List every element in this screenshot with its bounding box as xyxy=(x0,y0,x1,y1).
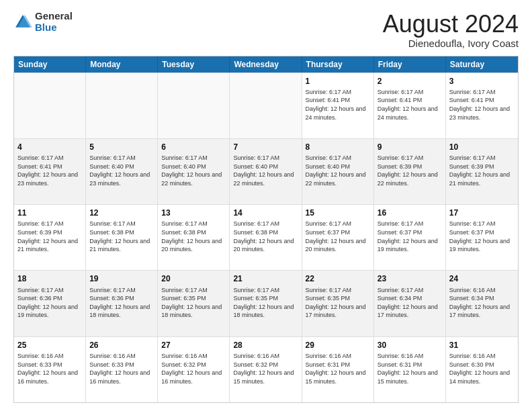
calendar-cell: 23Sunrise: 6:17 AM Sunset: 6:34 PM Dayli… xyxy=(374,271,446,336)
calendar-week: 1Sunrise: 6:17 AM Sunset: 6:41 PM Daylig… xyxy=(14,73,518,138)
day-number: 24 xyxy=(449,273,515,284)
weekday-header: Monday xyxy=(86,56,158,73)
calendar: SundayMondayTuesdayWednesdayThursdayFrid… xyxy=(13,56,519,403)
calendar-cell: 21Sunrise: 6:17 AM Sunset: 6:35 PM Dayli… xyxy=(230,271,302,336)
calendar-cell xyxy=(86,73,158,138)
day-number: 27 xyxy=(161,340,226,351)
day-info: Sunrise: 6:16 AM Sunset: 6:30 PM Dayligh… xyxy=(449,352,515,385)
day-info: Sunrise: 6:17 AM Sunset: 6:40 PM Dayligh… xyxy=(161,154,226,187)
day-info: Sunrise: 6:16 AM Sunset: 6:31 PM Dayligh… xyxy=(306,352,370,385)
day-number: 3 xyxy=(449,76,515,87)
day-number: 30 xyxy=(378,340,442,351)
day-info: Sunrise: 6:17 AM Sunset: 6:38 PM Dayligh… xyxy=(89,220,154,253)
day-info: Sunrise: 6:16 AM Sunset: 6:33 PM Dayligh… xyxy=(17,352,82,385)
day-info: Sunrise: 6:17 AM Sunset: 6:35 PM Dayligh… xyxy=(161,286,226,320)
day-info: Sunrise: 6:17 AM Sunset: 6:39 PM Dayligh… xyxy=(449,154,515,187)
calendar-cell: 11Sunrise: 6:17 AM Sunset: 6:39 PM Dayli… xyxy=(14,205,86,270)
day-number: 22 xyxy=(306,273,370,284)
day-number: 1 xyxy=(306,76,370,87)
day-info: Sunrise: 6:17 AM Sunset: 6:40 PM Dayligh… xyxy=(89,154,154,187)
calendar-cell: 20Sunrise: 6:17 AM Sunset: 6:35 PM Dayli… xyxy=(158,271,230,336)
header: General Blue August 2024 Dienedoufla, Iv… xyxy=(13,11,519,49)
day-info: Sunrise: 6:16 AM Sunset: 6:31 PM Dayligh… xyxy=(378,352,442,385)
day-info: Sunrise: 6:17 AM Sunset: 6:40 PM Dayligh… xyxy=(306,154,370,187)
day-number: 18 xyxy=(17,273,82,284)
calendar-cell: 26Sunrise: 6:16 AM Sunset: 6:33 PM Dayli… xyxy=(86,337,158,402)
day-info: Sunrise: 6:17 AM Sunset: 6:41 PM Dayligh… xyxy=(449,88,515,122)
calendar-cell: 5Sunrise: 6:17 AM Sunset: 6:40 PM Daylig… xyxy=(86,139,158,204)
month-title: August 2024 xyxy=(383,11,519,38)
day-number: 2 xyxy=(378,76,442,87)
location: Dienedoufla, Ivory Coast xyxy=(383,38,519,49)
day-number: 13 xyxy=(161,208,226,218)
calendar-cell: 12Sunrise: 6:17 AM Sunset: 6:38 PM Dayli… xyxy=(86,205,158,270)
logo-icon xyxy=(13,13,32,32)
day-number: 7 xyxy=(233,142,298,152)
day-number: 21 xyxy=(233,273,298,284)
day-info: Sunrise: 6:17 AM Sunset: 6:38 PM Dayligh… xyxy=(161,220,226,253)
day-info: Sunrise: 6:17 AM Sunset: 6:38 PM Dayligh… xyxy=(233,220,298,253)
day-number: 16 xyxy=(378,208,442,218)
calendar-cell: 2Sunrise: 6:17 AM Sunset: 6:41 PM Daylig… xyxy=(374,73,446,138)
calendar-cell: 17Sunrise: 6:17 AM Sunset: 6:37 PM Dayli… xyxy=(446,205,518,270)
weekday-header: Thursday xyxy=(302,56,374,73)
calendar-cell: 28Sunrise: 6:16 AM Sunset: 6:32 PM Dayli… xyxy=(230,337,302,402)
day-number: 28 xyxy=(233,340,298,351)
day-info: Sunrise: 6:17 AM Sunset: 6:39 PM Dayligh… xyxy=(17,220,82,253)
calendar-cell: 22Sunrise: 6:17 AM Sunset: 6:35 PM Dayli… xyxy=(302,271,374,336)
day-number: 19 xyxy=(89,273,154,284)
day-info: Sunrise: 6:16 AM Sunset: 6:32 PM Dayligh… xyxy=(233,352,298,385)
day-info: Sunrise: 6:17 AM Sunset: 6:35 PM Dayligh… xyxy=(306,286,370,320)
day-info: Sunrise: 6:17 AM Sunset: 6:37 PM Dayligh… xyxy=(449,220,515,253)
day-info: Sunrise: 6:17 AM Sunset: 6:37 PM Dayligh… xyxy=(378,220,442,253)
calendar-week: 25Sunrise: 6:16 AM Sunset: 6:33 PM Dayli… xyxy=(14,336,518,402)
logo: General Blue xyxy=(13,11,73,33)
calendar-cell: 19Sunrise: 6:17 AM Sunset: 6:36 PM Dayli… xyxy=(86,271,158,336)
day-info: Sunrise: 6:17 AM Sunset: 6:41 PM Dayligh… xyxy=(17,154,82,187)
day-number: 14 xyxy=(233,208,298,218)
day-info: Sunrise: 6:17 AM Sunset: 6:39 PM Dayligh… xyxy=(378,154,442,187)
day-info: Sunrise: 6:16 AM Sunset: 6:33 PM Dayligh… xyxy=(89,352,154,385)
weekday-header: Tuesday xyxy=(158,56,230,73)
calendar-cell: 4Sunrise: 6:17 AM Sunset: 6:41 PM Daylig… xyxy=(14,139,86,204)
calendar-cell: 8Sunrise: 6:17 AM Sunset: 6:40 PM Daylig… xyxy=(302,139,374,204)
day-info: Sunrise: 6:17 AM Sunset: 6:35 PM Dayligh… xyxy=(233,286,298,320)
calendar-cell: 13Sunrise: 6:17 AM Sunset: 6:38 PM Dayli… xyxy=(158,205,230,270)
calendar-cell: 10Sunrise: 6:17 AM Sunset: 6:39 PM Dayli… xyxy=(446,139,518,204)
day-info: Sunrise: 6:16 AM Sunset: 6:32 PM Dayligh… xyxy=(161,352,226,385)
calendar-cell xyxy=(158,73,230,138)
calendar-cell: 1Sunrise: 6:17 AM Sunset: 6:41 PM Daylig… xyxy=(302,73,374,138)
calendar-cell: 7Sunrise: 6:17 AM Sunset: 6:40 PM Daylig… xyxy=(230,139,302,204)
day-number: 11 xyxy=(17,208,82,218)
day-number: 6 xyxy=(161,142,226,152)
calendar-header-row: SundayMondayTuesdayWednesdayThursdayFrid… xyxy=(14,56,518,73)
day-number: 8 xyxy=(306,142,370,152)
calendar-cell: 24Sunrise: 6:16 AM Sunset: 6:34 PM Dayli… xyxy=(446,271,518,336)
day-number: 10 xyxy=(449,142,515,152)
day-info: Sunrise: 6:17 AM Sunset: 6:41 PM Dayligh… xyxy=(306,88,370,122)
calendar-cell: 18Sunrise: 6:17 AM Sunset: 6:36 PM Dayli… xyxy=(14,271,86,336)
day-number: 29 xyxy=(306,340,370,351)
calendar-cell: 31Sunrise: 6:16 AM Sunset: 6:30 PM Dayli… xyxy=(446,337,518,402)
calendar-week: 18Sunrise: 6:17 AM Sunset: 6:36 PM Dayli… xyxy=(14,270,518,336)
calendar-cell xyxy=(14,73,86,138)
day-number: 26 xyxy=(89,340,154,351)
calendar-cell xyxy=(230,73,302,138)
day-number: 4 xyxy=(17,142,82,152)
calendar-cell: 14Sunrise: 6:17 AM Sunset: 6:38 PM Dayli… xyxy=(230,205,302,270)
calendar-cell: 30Sunrise: 6:16 AM Sunset: 6:31 PM Dayli… xyxy=(374,337,446,402)
day-number: 9 xyxy=(378,142,442,152)
day-info: Sunrise: 6:17 AM Sunset: 6:40 PM Dayligh… xyxy=(233,154,298,187)
day-info: Sunrise: 6:17 AM Sunset: 6:37 PM Dayligh… xyxy=(306,220,370,253)
calendar-cell: 6Sunrise: 6:17 AM Sunset: 6:40 PM Daylig… xyxy=(158,139,230,204)
day-info: Sunrise: 6:16 AM Sunset: 6:34 PM Dayligh… xyxy=(449,286,515,320)
day-number: 25 xyxy=(17,340,82,351)
weekday-header: Wednesday xyxy=(230,56,302,73)
day-info: Sunrise: 6:17 AM Sunset: 6:34 PM Dayligh… xyxy=(378,286,442,320)
calendar-week: 4Sunrise: 6:17 AM Sunset: 6:41 PM Daylig… xyxy=(14,138,518,204)
calendar-body: 1Sunrise: 6:17 AM Sunset: 6:41 PM Daylig… xyxy=(14,73,518,402)
day-info: Sunrise: 6:17 AM Sunset: 6:36 PM Dayligh… xyxy=(17,286,82,320)
day-number: 31 xyxy=(449,340,515,351)
logo-general: General xyxy=(35,11,73,22)
weekday-header: Saturday xyxy=(446,56,518,73)
